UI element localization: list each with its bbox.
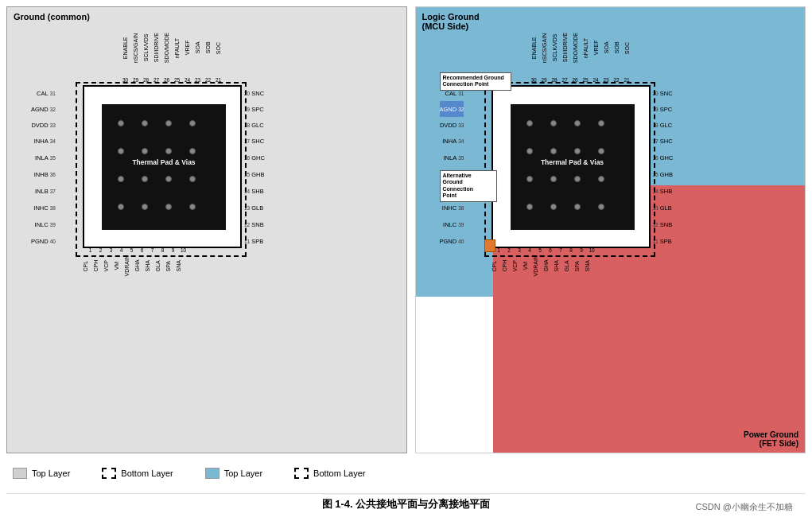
right-title-logic: Logic Ground (MCU Side) [422,12,480,31]
rbpin-spa: SPA [574,255,585,276]
right-ic-area: ENABLE nSCS/GAIN SCLK/VDS SDI/IDRIVE SDO… [440,31,798,437]
via-16 [189,204,196,210]
rbpin-vdrain: VDRAIN [533,255,543,276]
rlpin-pgnd: PGND40 [440,233,464,250]
rvia-13 [526,204,533,210]
ic-body-right: Thermal Pad & Vias [491,85,651,248]
rpin-vref: VREF [593,33,604,63]
via-12 [189,176,196,182]
rrpin-shc: 17SHC [653,133,674,150]
left-pin-inhc: INHC38 [31,200,56,216]
top-pin-labels-right: ENABLE nSCS/GAIN SCLK/VDS SDI/IDRIVE SDO… [531,33,635,63]
rpin-soa: SOA [604,33,614,63]
ic-thermal-pad-right: Thermal Pad & Vias [511,104,635,230]
right-pin-shc: 17SHC [244,133,265,150]
rvia-16 [598,204,604,210]
pin-num-27: 27 [151,77,161,83]
left-pin-inla: INLA35 [31,150,56,166]
pin-num-26: 26 [161,77,172,83]
pin-label-soc: SOC [216,33,226,63]
pin-label-sclk: SCLK/VDS [143,33,153,63]
pin-label-vref: VREF [185,33,195,63]
rbpin-cph: CPH [502,255,512,276]
rvia-9 [526,176,533,182]
left-pin-inlb: INLB37 [31,183,56,200]
legend-dashed-box-left [102,468,116,479]
right-right-pin-labels: 20SNC 19SPC 18GLC 17SHC 16GHC 15GHB 14SH… [653,85,674,250]
bpin-vcp: VCP [103,255,114,276]
left-pin-agnd: AGND32 [31,101,56,117]
rpin-enable: ENABLE [531,33,542,63]
bpin-num-6: 6 [137,247,147,253]
bottom-pin-labels-right: CPL CPH VCP VM VDRAIN GHA SHA GLA SPA SN… [491,255,595,276]
right-pin-snc: 20SNC [244,85,265,101]
rvia-14 [550,204,557,210]
rbpin-vcp: VCP [512,255,523,276]
rvia-10 [550,176,557,182]
pin-num-30: 30 [120,77,130,83]
via-8 [189,148,196,154]
legend-right-top-layer: Top Layer [205,468,262,479]
rpin-sob: SOB [614,33,624,63]
rvia-12 [598,176,604,182]
right-pin-spc: 19SPC [244,101,265,117]
rpin-sdi: SDI/IDRIVE [562,33,573,63]
figure-caption: 图 1-4. 公共接地平面与分离接地平面 [322,494,491,511]
left-pin-pgnd: PGND40 [31,233,56,250]
rvia-8 [598,148,604,154]
pin-num-22: 22 [203,77,213,83]
pin-label-nfault: nFAULT [174,33,185,63]
left-diagram: Ground (common) ENABLE nSCS/GAIN SCLK/VD… [6,6,407,453]
bpin-cph: CPH [93,255,103,276]
rbpin-sha: SHA [554,255,564,276]
via-7 [165,148,172,154]
ic-thermal-pad-left: Thermal Pad & Vias [102,104,226,230]
via-13 [118,204,124,210]
legend-bottom-layer-right-label: Bottom Layer [313,469,365,478]
left-pin-inha: INHA34 [31,133,56,150]
rvia-5 [526,148,533,154]
thermal-text-left: Thermal Pad & Vias [116,158,212,167]
bpin-num-3: 3 [106,247,116,253]
pin-label-nscs: nSCS/GAIN [133,33,143,63]
legend-gray-box [13,468,27,479]
right-pin-glc: 18GLC [244,117,265,133]
rrpin-ghc: 16GHC [653,150,674,166]
rlpin-inhc: INHC38 [440,200,464,216]
via-15 [165,204,172,210]
rpin-sdo: SDO/MODE [573,33,583,63]
left-pin-labels: CAL31 AGND32 DVDD33 INHA34 INLA35 INHB36… [31,85,56,250]
via-10 [142,176,148,182]
rrpin-snb: 12SNB [653,216,674,233]
bpin-num-8: 8 [157,247,168,253]
rpin-nfault: nFAULT [583,33,593,63]
ic-body-left: Thermal Pad & Vias [83,85,242,248]
rvia-2 [550,120,557,126]
via-11 [165,176,172,182]
legend-bottom-layer-left-label: Bottom Layer [121,469,173,478]
left-pin-dvdd: DVDD33 [31,117,56,133]
left-ic-area: ENABLE nSCS/GAIN SCLK/VDS SDI/IDRIVE SDO… [31,31,398,437]
legend-blue-box [205,468,220,479]
caption-row: 图 1-4. 公共接地平面与分离接地平面 CSDN @小幽余生不加糖 [6,493,806,515]
rlpin-dvdd: DVDD33 [440,117,464,133]
rvia-15 [574,204,581,210]
via-6 [142,148,148,154]
rrpin-glc: 18GLC [653,117,674,133]
legend-top-layer-left-label: Top Layer [32,469,70,478]
via-3 [165,120,172,126]
right-diagram: Logic Ground (MCU Side) Power Ground (FE… [415,6,806,453]
rvia-4 [598,120,604,126]
via-5 [118,148,124,154]
rlpin-agnd: AGND32 [440,101,464,117]
bpin-spa: SPA [165,255,176,276]
thermal-text-right: Thermal Pad & Vias [525,158,620,167]
diagrams-row: Ground (common) ENABLE nSCS/GAIN SCLK/VD… [6,6,806,453]
rrpin-glb: 13GLB [653,200,674,216]
rrpin-spb: 11SPB [653,233,674,250]
legend-right-bottom-layer: Bottom Layer [294,468,365,479]
via-14 [142,204,148,210]
rvia-11 [574,176,581,182]
via-9 [118,176,124,182]
legend-top-layer-right-label: Top Layer [224,469,262,478]
